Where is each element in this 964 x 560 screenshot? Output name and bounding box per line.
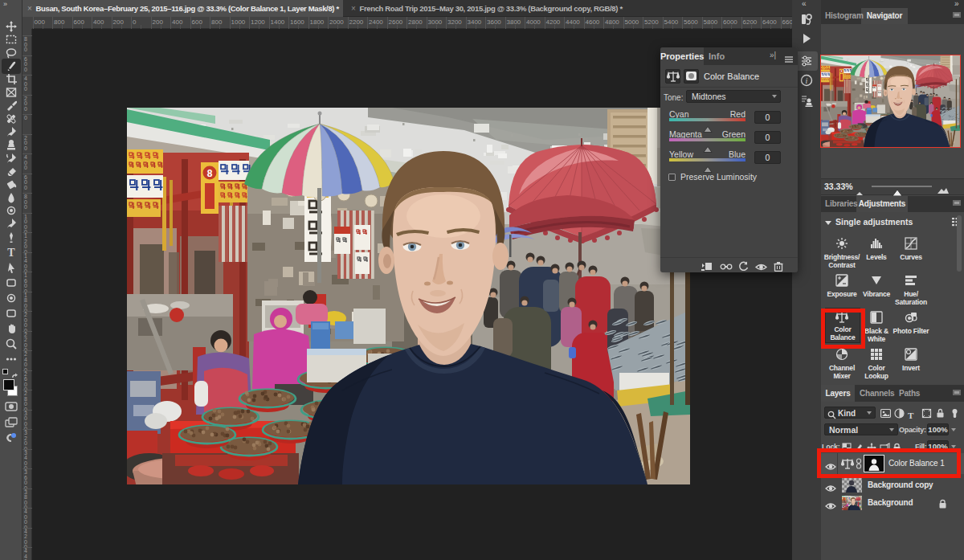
svg-text:i: i — [806, 76, 808, 85]
svg-text:T: T — [7, 247, 15, 258]
svg-text:8: 8 — [207, 168, 213, 179]
